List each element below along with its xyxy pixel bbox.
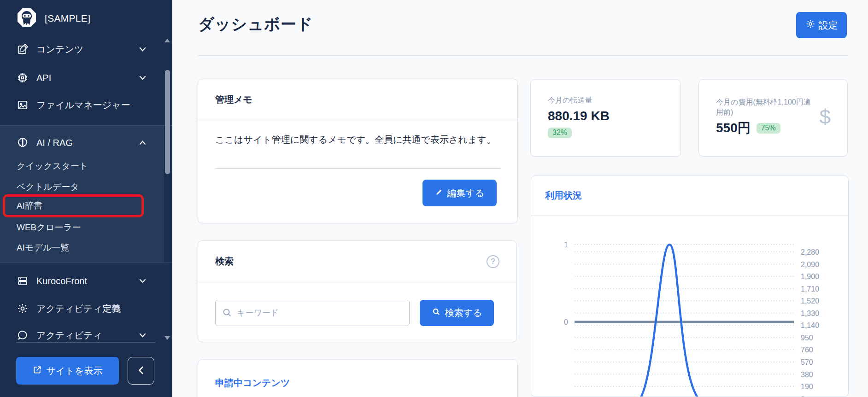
sidebar-subitem-label: クイックスタート (17, 160, 88, 172)
search-button[interactable]: 検索する (420, 300, 494, 326)
chevron-up-icon (139, 140, 146, 145)
sidebar-bottom-divider (16, 342, 155, 343)
image-icon (17, 99, 29, 111)
usage-card-title[interactable]: 利用状況 (545, 189, 582, 202)
help-icon[interactable]: ? (487, 255, 499, 268)
admin-memo-card: 管理メモ ここはサイト管理に関するメモです。全員に共通で表示されます。 編集する (198, 79, 518, 223)
sidebar-item-file-manager[interactable]: ファイルマネージャー (17, 95, 155, 115)
sidebar: [SAMPLE] コンテンツ API (0, 0, 172, 397)
transfer-value: 880.19 KB (548, 109, 680, 123)
chevron-down-icon (139, 76, 146, 80)
ninja-logo-icon (17, 7, 37, 29)
svg-text:1: 1 (564, 241, 568, 249)
svg-text:0: 0 (564, 318, 568, 326)
sidebar-divider (0, 125, 172, 126)
logo-text: [SAMPLE] (45, 13, 90, 24)
svg-text:2,280: 2,280 (801, 248, 819, 256)
search-input[interactable] (215, 300, 410, 326)
transfer-percent-badge: 32% (548, 128, 572, 138)
cost-value: 550円 (716, 119, 751, 137)
brain-icon (17, 137, 29, 149)
gear-icon (805, 19, 815, 31)
memo-body-text: ここはサイト管理に関するメモです。全員に共通で表示されます。 (215, 134, 501, 146)
title-divider (198, 55, 848, 56)
server-icon (17, 275, 29, 287)
chevron-left-icon (138, 366, 144, 376)
page-title: ダッシュボード (198, 14, 313, 35)
svg-text:0: 0 (801, 395, 805, 397)
chevron-down-icon (139, 47, 146, 52)
cost-label: 今月の費用(無料枠1,100円適用前) (716, 97, 817, 117)
sidebar-item-label: アクティビティ定義 (36, 303, 121, 315)
memo-underline (215, 168, 501, 169)
svg-text:760: 760 (801, 346, 813, 354)
svg-text:570: 570 (801, 358, 813, 366)
view-site-button[interactable]: サイトを表示 (16, 357, 119, 385)
sidebar-item-api[interactable]: API (17, 68, 155, 88)
scrollbar-up-arrow[interactable] (164, 39, 170, 42)
search-card-title: 検索 (215, 255, 234, 268)
sidebar-item-label: KurocoFront (36, 276, 87, 286)
svg-text:2,090: 2,090 (801, 261, 819, 269)
search-button-label: 検索する (445, 307, 482, 319)
cost-percent-badge: 75% (757, 123, 780, 134)
sidebar-subitem-label: WEBクローラー (17, 222, 81, 234)
usage-card-header: 利用状況 (531, 176, 848, 216)
pending-card-header: 申請中コンテンツ (198, 360, 517, 397)
sidebar-item-ai-rag[interactable]: AI / RAG (17, 133, 155, 152)
sidebar-collapse-button[interactable] (128, 357, 154, 385)
dollar-icon: $ (820, 105, 831, 128)
sidebar-item-label: コンテンツ (36, 43, 83, 56)
chevron-down-icon (139, 333, 146, 338)
pending-card-title[interactable]: 申請中コンテンツ (215, 377, 290, 389)
sidebar-item-quick-start[interactable]: クイックスタート (17, 157, 146, 175)
view-site-label: サイトを表示 (47, 365, 103, 377)
scrollbar-thumb[interactable] (165, 70, 170, 174)
sidebar-subitem-label: AI辞書 (17, 200, 42, 212)
edit-icon (17, 43, 29, 55)
pencil-icon (435, 188, 443, 198)
svg-text:950: 950 (801, 334, 813, 342)
sidebar-item-contents[interactable]: コンテンツ (17, 40, 155, 59)
sidebar-subitem-label: AIモデル一覧 (17, 242, 69, 254)
sidebar-subitem-label: ベクトルデータ (17, 181, 79, 193)
sidebar-item-ai-dictionary[interactable]: AI辞書 (17, 197, 146, 215)
svg-text:380: 380 (801, 371, 813, 379)
scrollbar-down-arrow[interactable] (164, 336, 170, 340)
usage-status-card: 利用状況 10-12,2802,0901,9001,7101,5201,3301… (531, 175, 849, 397)
sidebar-item-label: API (36, 73, 51, 83)
svg-text:190: 190 (801, 383, 813, 391)
svg-text:1,520: 1,520 (801, 297, 819, 305)
chat-icon (17, 329, 29, 341)
svg-text:1,330: 1,330 (801, 309, 819, 317)
sidebar-item-activity-definition[interactable]: アクティビティ定義 (17, 299, 155, 318)
memo-card-header: 管理メモ (198, 79, 517, 120)
edit-button-label: 編集する (447, 187, 485, 199)
chevron-down-icon (139, 279, 146, 283)
sidebar-item-ai-model-list[interactable]: AIモデル一覧 (17, 239, 146, 257)
svg-text:1,900: 1,900 (801, 273, 819, 280)
search-card-header: 検索 ? (198, 241, 516, 282)
dashboard-page: [SAMPLE] コンテンツ API (0, 0, 868, 397)
search-card: 検索 ? 検索する (198, 240, 517, 342)
cost-stat-card: 今月の費用(無料枠1,100円適用前) 550円 75% $ (698, 79, 848, 157)
svg-text:1,710: 1,710 (801, 285, 819, 293)
pending-contents-card: 申請中コンテンツ (198, 359, 518, 397)
settings-button[interactable]: 設定 (796, 12, 847, 38)
memo-card-title: 管理メモ (215, 93, 252, 106)
transfer-stat-card: 今月の転送量 880.19 KB 32% (530, 79, 681, 157)
sidebar-divider (0, 262, 172, 263)
svg-text:1,140: 1,140 (801, 321, 819, 329)
sidebar-item-kurocofront[interactable]: KurocoFront (17, 271, 155, 291)
sidebar-item-vector-data[interactable]: ベクトルデータ (17, 178, 146, 196)
sidebar-item-label: ファイルマネージャー (36, 99, 130, 111)
search-icon (432, 307, 441, 319)
sidebar-item-label: アクティビティ (36, 329, 102, 342)
sidebar-item-web-crawler[interactable]: WEBクローラー (17, 218, 146, 237)
external-link-icon (33, 365, 42, 377)
logo[interactable]: [SAMPLE] (17, 7, 90, 29)
edit-button[interactable]: 編集する (422, 180, 497, 206)
chip-icon (17, 72, 29, 84)
sidebar-item-label: AI / RAG (36, 138, 73, 148)
usage-chart-svg: 10-12,2802,0901,9001,7101,5201,3301,1409… (531, 216, 849, 397)
